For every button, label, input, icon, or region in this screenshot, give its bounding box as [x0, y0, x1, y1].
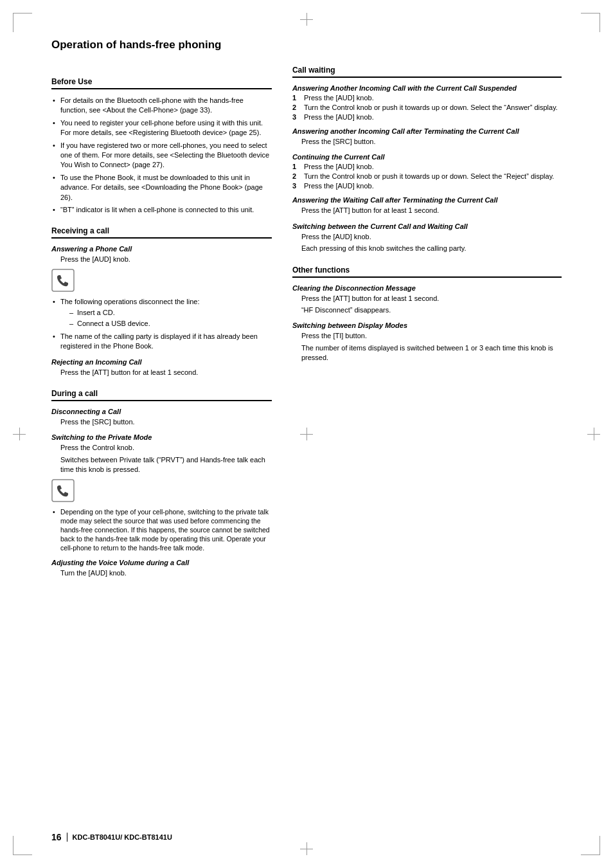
left-column: Before Use For details on the Bluetooth …: [51, 66, 272, 581]
list-item: If you have registered two or more cell-…: [51, 141, 272, 170]
continuing-current-title: Continuing the Current Call: [292, 153, 562, 161]
list-item: 1Press the [AUD] knob.: [292, 163, 562, 170]
rejecting-title: Rejecting an Incoming Call: [51, 358, 272, 366]
private-mode-description: Switches between Private talk (“PRVT”) a…: [51, 455, 272, 475]
list-item: 1Press the [AUD] knob.: [292, 94, 562, 102]
answering-after-terminating-instruction: Press the [SRC] button.: [292, 137, 562, 147]
svg-rect-1: [52, 480, 74, 502]
page-number: 16: [51, 832, 62, 842]
voice-volume-instruction: Turn the [AUD] knob.: [51, 568, 272, 578]
sub-bullets: Insert a CD. Connect a USB device.: [60, 308, 272, 329]
other-functions-section: Other functions Clearing the Disconnecti…: [292, 266, 562, 363]
receiving-title: Receiving a call: [51, 226, 272, 239]
list-item: Depending on the type of your cell-phone…: [51, 507, 272, 553]
right-column: Call waiting Answering Another Incoming …: [292, 66, 562, 581]
list-item: Insert a CD.: [69, 308, 272, 318]
private-mode-instruction: Press the Control knob.: [51, 443, 272, 453]
switching-display-description: The number of items displayed is switche…: [292, 343, 562, 363]
phone-icon-container: [51, 269, 272, 293]
list-item: You need to register your cell-phone bef…: [51, 118, 272, 138]
rejecting-instruction: Press the [ATT] button for at least 1 se…: [51, 368, 272, 377]
list-item: 3Press the [AUD] knob.: [292, 113, 562, 121]
list-item: To use the Phone Book, it must be downlo…: [51, 173, 272, 203]
clearing-disconnection-note: “HF Disconnect” disappears.: [292, 305, 562, 315]
private-mode-note-icon-container: [51, 479, 272, 503]
switching-calls-description: Each pressing of this knob switches the …: [292, 244, 562, 253]
answering-waiting-title: Answering the Waiting Call after Termina…: [292, 196, 562, 204]
phone-icon: [51, 269, 75, 292]
page: Operation of hands-free phoning Before U…: [0, 0, 613, 868]
during-call-section: During a call Disconnecting a Call Press…: [51, 389, 272, 579]
switching-calls-instruction: Press the [AUD] knob.: [292, 232, 562, 242]
page-title: Operation of hands-free phoning: [51, 39, 562, 54]
list-item: The name of the calling party is display…: [51, 332, 272, 352]
list-item: Connect a USB device.: [69, 319, 272, 329]
switching-calls-title: Switching between the Current Call and W…: [292, 222, 562, 230]
disconnecting-title: Disconnecting a Call: [51, 408, 272, 415]
private-mode-title: Switching to the Private Mode: [51, 433, 272, 441]
list-item: 3Press the [AUD] knob.: [292, 182, 562, 190]
list-item: The following operations disconnect the …: [51, 297, 272, 329]
switching-display-title: Switching between Display Modes: [292, 321, 562, 329]
other-functions-title: Other functions: [292, 266, 562, 278]
switching-display-instruction: Press the [TI] button.: [292, 331, 562, 341]
list-item: 2Turn the Control knob or push it toward…: [292, 172, 562, 180]
svg-rect-0: [52, 269, 74, 291]
before-use-section: Before Use For details on the Bluetooth …: [51, 77, 272, 215]
footer-model: KDC-BT8041U/ KDC-BT8141U: [73, 833, 172, 841]
during-call-title: During a call: [51, 389, 272, 401]
before-use-title: Before Use: [51, 77, 272, 89]
list-item: For details on the Bluetooth cell-phone …: [51, 96, 272, 116]
call-waiting-title: Call waiting: [292, 66, 562, 78]
two-column-layout: Before Use For details on the Bluetooth …: [51, 66, 562, 581]
answering-phone-bullets: The following operations disconnect the …: [51, 297, 272, 352]
answering-phone-call-instruction: Press the [AUD] knob.: [51, 255, 272, 264]
answering-waiting-instruction: Press the [ATT] button for at least 1 se…: [292, 206, 562, 215]
before-use-bullets: For details on the Bluetooth cell-phone …: [51, 96, 272, 215]
answering-another-steps: 1Press the [AUD] knob. 2Turn the Control…: [292, 94, 562, 121]
list-item: 2Turn the Control knob or push it toward…: [292, 104, 562, 111]
list-item: “BT” indicator is lit when a cell-phone …: [51, 205, 272, 215]
private-mode-note-bullets: Depending on the type of your cell-phone…: [51, 507, 272, 553]
answering-another-title: Answering Another Incoming Call with the…: [292, 84, 562, 92]
page-footer: 16 KDC-BT8041U/ KDC-BT8141U: [51, 832, 172, 842]
receiving-section: Receiving a call Answering a Phone Call …: [51, 226, 272, 377]
disconnecting-instruction: Press the [SRC] button.: [51, 417, 272, 427]
answering-after-terminating-title: Answering another Incoming Call after Te…: [292, 127, 562, 135]
answering-phone-call-title: Answering a Phone Call: [51, 245, 272, 253]
note-phone-icon: [51, 479, 75, 502]
clearing-disconnection-title: Clearing the Disconnection Message: [292, 284, 562, 292]
clearing-disconnection-instruction: Press the [ATT] button for at least 1 se…: [292, 294, 562, 303]
voice-volume-title: Adjusting the Voice Volume during a Call: [51, 559, 272, 566]
continuing-current-steps: 1Press the [AUD] knob. 2Turn the Control…: [292, 163, 562, 190]
footer-divider: [67, 833, 67, 842]
call-waiting-section: Call waiting Answering Another Incoming …: [292, 66, 562, 254]
